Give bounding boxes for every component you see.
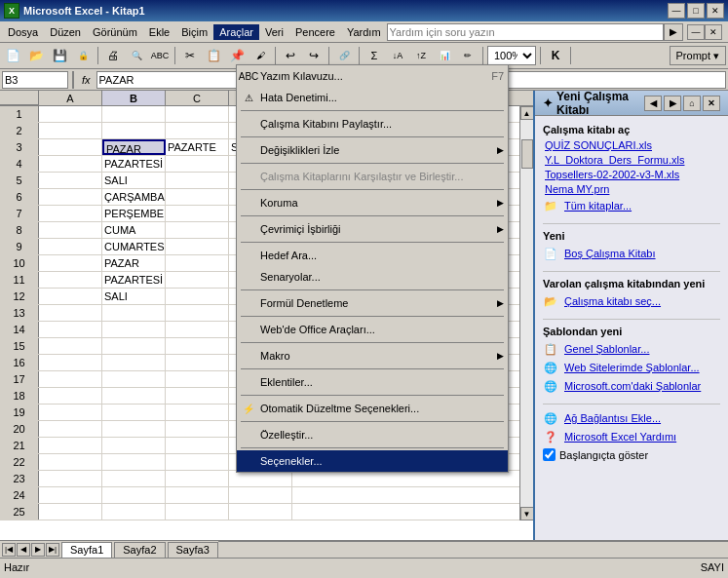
cell-r11-c1[interactable]: PAZARTESİ (102, 272, 166, 288)
rp-link-web-templates[interactable]: Web Sitelerimde Şablonlar... (562, 362, 700, 373)
tab-sayfa3[interactable]: Sayfa3 (168, 542, 218, 558)
cell-r23-c3[interactable] (229, 471, 292, 486)
araclar-menu[interactable]: ABCYazım Kılavuzu...F7⚠Hata Denetimi...Ç… (236, 64, 509, 473)
undo-button[interactable]: ↩ (280, 45, 301, 66)
cell-r3-c2[interactable]: PAZARTE (166, 139, 229, 155)
sort-desc-button[interactable]: ↑Z (410, 45, 432, 66)
row-header-6[interactable]: 6 (0, 189, 39, 205)
prompt-button[interactable]: Prompt ▾ (670, 46, 726, 65)
cell-r17-c0[interactable] (39, 371, 102, 387)
menu-item-hatadenetimi[interactable]: ⚠Hata Denetimi... (237, 87, 508, 108)
sort-asc-button[interactable]: ↓A (387, 45, 408, 66)
cell-r19-c0[interactable] (39, 405, 102, 420)
cell-r6-c2[interactable] (166, 189, 229, 205)
cell-r2-c0[interactable] (39, 123, 102, 138)
hyperlink-button[interactable]: 🔗 (333, 45, 355, 66)
redo-button[interactable]: ↪ (303, 45, 325, 66)
cell-r25-c1[interactable] (102, 504, 166, 520)
tab-sayfa1[interactable]: Sayfa1 (61, 542, 112, 558)
menu-item-evrimiibirlii[interactable]: Çevrimiçi İşbirliği▶ (237, 218, 508, 240)
cell-r23-c0[interactable] (39, 471, 102, 486)
cell-r19-c2[interactable] (166, 405, 229, 420)
cell-r14-c2[interactable] (166, 322, 229, 337)
cell-r8-c0[interactable] (39, 222, 102, 238)
help-search-input[interactable] (387, 23, 664, 41)
row-header-12[interactable]: 12 (0, 289, 39, 304)
new-button[interactable]: 📄 (2, 45, 23, 66)
cell-r19-c1[interactable] (102, 405, 166, 420)
cell-r7-c0[interactable] (39, 206, 102, 221)
maximize-button[interactable]: □ (687, 3, 705, 19)
cell-r20-c0[interactable] (39, 421, 102, 437)
print-button[interactable]: 🖨 (102, 45, 124, 66)
save-button[interactable]: 💾 (49, 45, 70, 66)
cell-r3-c1[interactable]: PAZAR (102, 139, 166, 155)
menu-dosya[interactable]: Dosya (2, 24, 44, 40)
help-minimize-button[interactable]: — (687, 24, 705, 40)
cell-r10-c2[interactable] (166, 255, 229, 271)
scroll-down-button[interactable]: ▼ (520, 507, 534, 520)
cell-r21-c0[interactable] (39, 438, 102, 453)
menu-gorunum[interactable]: Görünüm (87, 24, 143, 40)
cell-r13-c2[interactable] (166, 305, 229, 321)
row-header-11[interactable]: 11 (0, 272, 39, 288)
menu-item-koruma[interactable]: Koruma▶ (237, 192, 508, 213)
rp-link-nema[interactable]: Nema MY.prn (543, 183, 720, 195)
cell-r20-c1[interactable] (102, 421, 166, 437)
tab-first-button[interactable]: |◀ (2, 543, 16, 557)
cell-r25-c2[interactable] (166, 504, 229, 520)
cell-r8-c2[interactable] (166, 222, 229, 238)
cell-r24-c3[interactable] (229, 487, 292, 503)
cell-r10-c1[interactable]: PAZAR (102, 255, 166, 271)
row-header-5[interactable]: 5 (0, 173, 39, 188)
menu-item-makro[interactable]: Makro▶ (237, 345, 508, 366)
cell-r15-c0[interactable] (39, 338, 102, 354)
format-painter-button[interactable]: 🖌 (249, 45, 271, 66)
cell-r14-c1[interactable] (102, 322, 166, 337)
help-close-button[interactable]: ✕ (705, 24, 722, 40)
cell-r13-c0[interactable] (39, 305, 102, 321)
row-header-17[interactable]: 17 (0, 371, 39, 387)
rp-link-topsellers[interactable]: Topsellers-02-2002-v3-M.xls (543, 169, 720, 180)
cell-r4-c2[interactable] (166, 156, 229, 172)
cell-r18-c0[interactable] (39, 388, 102, 404)
cell-r3-c0[interactable] (39, 139, 102, 155)
row-header-10[interactable]: 10 (0, 255, 39, 271)
row-header-8[interactable]: 8 (0, 222, 39, 238)
rp-link-all-books[interactable]: Tüm kitaplar... (562, 200, 632, 212)
rp-link-doktora[interactable]: Y.L_Doktora_Ders_Formu.xls (543, 154, 720, 166)
help-search-button[interactable]: ▶ (664, 23, 683, 41)
close-button[interactable]: ✕ (707, 3, 724, 19)
cell-r25-c0[interactable] (39, 504, 102, 520)
paste-button[interactable]: 📌 (226, 45, 248, 66)
right-panel-close-button[interactable]: ✕ (703, 96, 720, 111)
cell-r20-c2[interactable] (166, 421, 229, 437)
menu-item-senaryolar[interactable]: Senaryolar... (237, 266, 508, 288)
menu-item-yazmklavuzu[interactable]: ABCYazım Kılavuzu...F7 (237, 65, 508, 87)
row-header-18[interactable]: 18 (0, 388, 39, 404)
menu-item-eklentiler[interactable]: Eklentiler... (237, 371, 508, 393)
cell-r16-c1[interactable] (102, 355, 166, 370)
tab-prev-button[interactable]: ◀ (17, 543, 30, 557)
cell-r1-c1[interactable] (102, 106, 166, 122)
menu-yardim[interactable]: Yardım (341, 24, 387, 40)
row-header-7[interactable]: 7 (0, 206, 39, 221)
cell-r9-c1[interactable]: CUMARTESİ (102, 239, 166, 254)
rp-link-choose-workbook[interactable]: Çalışma kitabı seç... (562, 295, 661, 307)
col-header-b[interactable]: B (102, 91, 166, 105)
cell-r16-c0[interactable] (39, 355, 102, 370)
menu-veri[interactable]: Veri (259, 24, 289, 40)
row-header-4[interactable]: 4 (0, 156, 39, 172)
cell-r7-c1[interactable]: PERŞEMBE (102, 206, 166, 221)
cell-r14-c0[interactable] (39, 322, 102, 337)
cell-r17-c1[interactable] (102, 371, 166, 387)
cell-r22-c1[interactable] (102, 454, 166, 470)
row-header-2[interactable]: 2 (0, 123, 39, 138)
cell-r18-c1[interactable] (102, 388, 166, 404)
rp-link-help[interactable]: Microsoft Excel Yardımı (562, 431, 676, 443)
right-panel-forward-button[interactable]: ▶ (664, 96, 681, 111)
cell-r6-c1[interactable]: ÇARŞAMBA (102, 189, 166, 205)
menu-bicim[interactable]: Biçim (175, 24, 213, 40)
bold-button[interactable]: K (545, 45, 566, 66)
rp-link-ms-templates[interactable]: Microsoft.com'daki Şablonlar (562, 380, 701, 392)
